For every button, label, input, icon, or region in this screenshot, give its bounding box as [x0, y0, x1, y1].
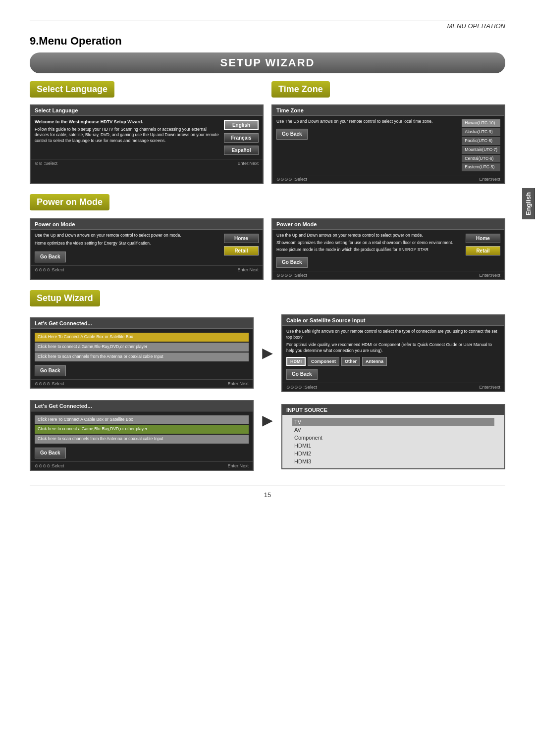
lgc1-item2[interactable]: Click here to connect a Game,Blu-Ray,DVD… [35, 343, 249, 352]
setup-wizard-section-header: Setup Wizard [30, 290, 100, 306]
lgc2-item3[interactable]: Click here to scan channels from the Ant… [35, 435, 249, 444]
btn-go-back-lgc1[interactable]: Go Back [35, 365, 66, 376]
cable-sat-title: Cable or Satellite Source input [282, 315, 504, 326]
btn-go-back-tz[interactable]: Go Back [276, 129, 308, 140]
pom1-btn-retail[interactable]: Retail [224, 246, 259, 255]
pom1-btn-home[interactable]: Home [224, 234, 259, 243]
select-language-screen-title: Select Language [31, 105, 263, 116]
btn-antenna[interactable]: Antenna [362, 357, 387, 366]
select-language-header: Select Language [30, 81, 114, 98]
page-number: 15 [30, 486, 505, 499]
lgc1-footer-right: Enter:Next [227, 381, 249, 386]
lgc2-footer-right: Enter:Next [227, 463, 249, 468]
arrow-2: ► [258, 400, 277, 431]
tz-eastern[interactable]: Eastern(UTC-5) [462, 163, 500, 171]
pom1-title: Power on Mode [31, 219, 263, 230]
select-language-screen: Select Language Welcome to the Westingho… [30, 104, 264, 184]
header-rule [30, 20, 505, 20]
btn-english[interactable]: English [224, 120, 259, 130]
cable-sat-footer-left: ⊙⊙⊙⊙ :Select [286, 385, 317, 390]
pom2-btn-retail[interactable]: Retail [466, 246, 500, 255]
pom2-btn-home[interactable]: Home [466, 234, 500, 243]
arrow-1: ► [258, 343, 277, 363]
cable-sat-footer-right: Enter:Next [479, 385, 500, 390]
pom2-body3: Home picture mode is the mode in which t… [276, 247, 463, 253]
input-source-title: INPUT SOURCE [282, 405, 504, 415]
input-hdmi3[interactable]: HDMI3 [292, 457, 494, 465]
pom2-title: Power on Mode [272, 219, 504, 230]
cable-sat-body2: For optimal vide quality, we recommend H… [286, 342, 500, 354]
lgc1-footer-left: ⊙⊙⊙⊙:Select [35, 381, 64, 386]
select-language-body: Follow this guide to help setup your HDT… [35, 127, 221, 145]
btn-espanol[interactable]: Español [224, 146, 259, 155]
tz-alaska[interactable]: Alaska(UTC-9) [462, 128, 500, 136]
btn-other[interactable]: Other [341, 357, 360, 366]
pom1-body2: Home optimizes the video setting for Ene… [35, 241, 221, 247]
lgc1-title: Let's Get Connected... [31, 318, 253, 329]
input-hdmi2[interactable]: HDMI2 [292, 450, 494, 457]
lets-get-connected-screen-2: Let's Get Connected... Click Here To Con… [30, 400, 254, 471]
lgc2-footer-left: ⊙⊙⊙⊙:Select [35, 463, 64, 468]
select-language-footer-left: ⊙⊙ :Select [35, 161, 57, 166]
tz-central[interactable]: Central(UTC-6) [462, 155, 500, 163]
time-zone-screen: Time Zone Use The Up and Down arrows on … [271, 104, 505, 184]
select-language-footer-right: Enter:Next [237, 161, 259, 166]
pom2-body2: Showroom optimizes the video setting for… [276, 240, 463, 246]
btn-go-back-cable-sat[interactable]: Go Back [286, 369, 318, 380]
time-zone-screen-title: Time Zone [272, 105, 504, 116]
time-zone-body: Use The Up and Down arrows on your remot… [276, 119, 459, 125]
tz-mountain[interactable]: Mountain(UTC-7) [462, 146, 500, 154]
pom1-footer-left: ⊙⊙⊙⊙:Select [35, 267, 64, 272]
time-zone-footer-right: Enter:Next [479, 177, 500, 182]
cable-satellite-screen: Cable or Satellite Source input Use the … [281, 314, 505, 392]
lets-get-connected-screen-1: Let's Get Connected... Click Here To Con… [30, 317, 254, 389]
pom1-body: Use the Up and Down arrows on your remot… [35, 233, 221, 239]
pom2-footer-right: Enter:Next [479, 273, 500, 278]
input-component[interactable]: Component [292, 434, 494, 442]
power-on-mode-screen-1: Power on Mode Use the Up and Down arrows… [30, 218, 264, 280]
page-title: 9.Menu Operation [30, 35, 505, 48]
input-hdmi1[interactable]: HDMI1 [292, 442, 494, 450]
btn-go-back-pom1[interactable]: Go Back [35, 252, 66, 262]
btn-go-back-lgc2[interactable]: Go Back [35, 448, 66, 458]
select-language-intro: Welcome to the Westinghouse HDTV Setup W… [35, 119, 221, 125]
input-source-screen: INPUT SOURCE TV AV Component HDMI1 HDMI2… [281, 404, 505, 469]
input-av[interactable]: AV [292, 426, 494, 434]
lgc2-title: Let's Get Connected... [31, 401, 253, 411]
lgc2-item2[interactable]: Click here to connect a Game,Blu-Ray,DVD… [35, 425, 249, 434]
lgc1-item1[interactable]: Click Here To Connect A Cable Box or Sat… [35, 333, 249, 342]
pom1-footer-right: Enter:Next [237, 267, 259, 272]
btn-go-back-pom2[interactable]: Go Back [276, 257, 308, 268]
pom2-footer-left: ⊙⊙⊙⊙ :Select [276, 273, 307, 278]
power-on-mode-header: Power on Mode [30, 194, 109, 210]
side-tab-english: English [522, 188, 535, 219]
tz-pacific[interactable]: Pacific(UTC-8) [462, 137, 500, 145]
cable-sat-body1: Use the Left/Right arrows on your remote… [286, 329, 500, 341]
btn-component[interactable]: Component [308, 357, 339, 366]
input-tv[interactable]: TV [292, 418, 494, 426]
pom2-body: Use the Up and Down arrows on your remot… [276, 233, 463, 239]
btn-hdmi[interactable]: HDMI [286, 357, 306, 366]
time-zone-footer-left: ⊙⊙⊙⊙ :Select [276, 177, 307, 182]
setup-wizard-banner: SETUP WIZARD [30, 52, 505, 73]
tz-hawaii[interactable]: Hawaii(UTC-10) [462, 119, 500, 127]
menu-operation-label: MENU OPERATION [30, 22, 505, 30]
lgc2-item1[interactable]: Click Here To Connect A Cable Box or Sat… [35, 415, 249, 424]
power-on-mode-screen-2: Power on Mode Use the Up and Down arrows… [271, 218, 505, 280]
lgc1-item3[interactable]: Click here to scan channels from the Ant… [35, 353, 249, 361]
btn-francais[interactable]: Français [224, 133, 259, 143]
time-zone-header: Time Zone [271, 81, 330, 98]
